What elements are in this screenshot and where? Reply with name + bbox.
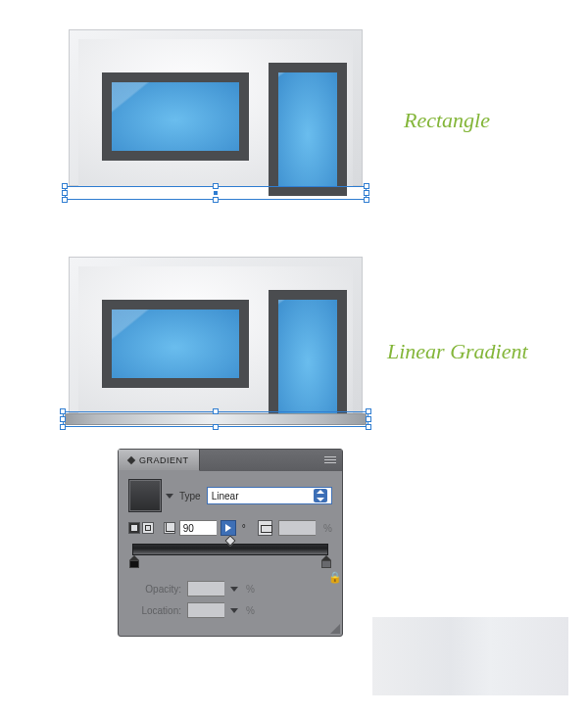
resize-corner-icon[interactable] [330,624,340,634]
window-frame [102,72,249,161]
selection-handle[interactable] [213,424,219,430]
selection-handle[interactable] [366,424,371,430]
stop-color-well[interactable] [321,560,331,568]
selection-center[interactable] [214,191,218,195]
window-glass [112,82,239,151]
angle-unit: ° [242,523,246,534]
window-frame [102,300,249,388]
selection-handle[interactable] [366,408,371,414]
window-glass [112,310,239,378]
opacity-unit: % [246,584,255,595]
gradient-preview-swatch[interactable] [128,479,162,512]
opacity-input [187,581,224,597]
selection-handle[interactable] [366,416,371,422]
building-inner [78,39,353,186]
color-stop-left[interactable] [128,555,140,569]
label-linear-gradient: Linear Gradient [387,339,528,364]
panel-title: GRADIENT [139,455,189,465]
door-glass [278,72,337,186]
type-select[interactable]: Linear [207,487,332,504]
location-unit: % [246,605,255,616]
building-inner [78,266,353,413]
selection-handle[interactable] [60,416,66,422]
panel-header[interactable]: GRADIENT [119,450,342,471]
select-arrows-icon [314,489,327,502]
angle-value: 90 [183,523,194,534]
gradient-panel[interactable]: GRADIENT Type Linear [118,449,343,637]
diamond-icon [127,455,135,463]
location-input [187,602,224,618]
door-frame [269,290,347,423]
selection-handle[interactable] [213,183,219,189]
selection-handle[interactable] [60,408,66,414]
building-illustration-top [69,29,363,196]
angle-input[interactable]: 90 [179,520,217,536]
selection-handle[interactable] [62,183,68,189]
type-label: Type [179,491,201,501]
aspect-unit: % [323,523,332,534]
door-frame [269,63,347,196]
selection-handle[interactable] [213,408,219,414]
lock-icon[interactable]: 🔒 [328,571,338,583]
building-illustration-bottom [69,257,363,423]
stroke-icon[interactable] [142,522,154,534]
gradient-ramp[interactable]: 🔒 [132,544,328,571]
location-label: Location: [128,605,181,616]
panel-body: Type Linear 90 ° % [119,471,342,636]
selection-handle[interactable] [62,197,68,203]
selection-handle[interactable] [364,190,369,196]
result-gradient-swatch [372,617,568,695]
panel-menu-icon[interactable] [324,453,336,465]
selection-handle[interactable] [364,183,369,189]
fill-icon[interactable] [128,522,140,534]
door-glass [278,300,337,413]
label-rectangle: Rectangle [404,108,490,133]
type-value: Linear [212,491,239,501]
angle-icon [164,522,175,534]
fill-stroke-icons[interactable] [128,522,158,534]
swatch-dropdown-icon[interactable] [166,494,173,499]
angle-submit-button[interactable] [220,520,236,536]
aspect-input [278,520,316,536]
color-stop-right[interactable] [320,555,332,569]
dropdown-icon[interactable] [230,587,238,592]
aspect-ratio-icon [258,520,273,536]
selection-handle[interactable] [62,190,68,196]
panel-tab-gradient[interactable]: GRADIENT [119,450,200,471]
selection-handle[interactable] [364,197,369,203]
opacity-label: Opacity: [128,584,181,595]
stop-color-well[interactable] [129,560,139,568]
selection-handle[interactable] [213,197,219,203]
selection-handle[interactable] [60,424,66,430]
dropdown-icon[interactable] [230,608,238,613]
